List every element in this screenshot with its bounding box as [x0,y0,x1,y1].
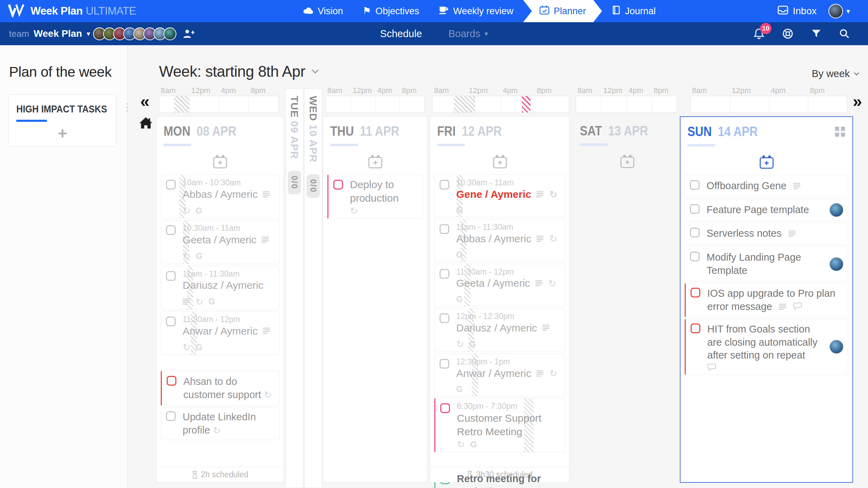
task-card[interactable]: 12:30pm - 1pm Anwar / Aymeric ↻ G [434,354,565,396]
repeat-icon: ↻ [456,339,464,349]
add-event-button[interactable] [157,154,284,169]
task-card[interactable]: HIT from Goals section are closing autom… [685,319,848,375]
add-event-button[interactable] [573,154,682,169]
task-checkbox[interactable] [166,180,176,190]
task-checkbox[interactable] [333,180,343,190]
task-checkbox[interactable] [166,317,176,326]
nav-weekly-review[interactable]: Weekly review [429,0,523,22]
task-checkbox[interactable] [166,225,176,235]
task-checkbox[interactable] [691,323,700,333]
task-checkbox[interactable] [440,224,449,234]
timeline-sat: 8am 12pm 4pm 8pm [576,96,677,113]
repeat-icon: ↻ [549,369,557,378]
scroll-right-button[interactable]: » [853,93,862,110]
task-checkbox[interactable] [440,313,449,323]
top-bar: Week Plan ULTIMATE Vision ⚑ Objectives W… [0,0,868,22]
task-card[interactable]: 10:30am - 11am Geeta / Aymeric ↻ G [161,220,279,264]
day-column-wed-collapsed[interactable]: WED 10 APR 0/0 [304,89,322,488]
nav-objectives[interactable]: ⚑ Objectives [353,0,429,22]
high-impact-tasks-card: HIGH IMPACT TASKS ⋮ + [8,94,117,146]
day-column-mon: MON 08 APR 10am - 10:30am Abbas / Aymeri… [156,116,284,482]
mug-icon [439,6,449,17]
nav-planner[interactable]: Planner [523,0,602,22]
task-checkbox[interactable] [167,376,176,386]
task-checkbox[interactable] [166,411,176,421]
task-checkbox[interactable] [166,271,176,281]
google-calendar-icon: G [196,343,202,352]
task-checkbox[interactable] [691,288,700,297]
task-checkbox[interactable] [690,180,700,190]
task-card[interactable]: 10am - 10:30am Abbas / Aymeric ↻ G [161,175,279,218]
sidebar-title: Plan of the week [9,64,127,80]
search-button[interactable] [839,28,850,39]
task-card[interactable]: 12pm - 12:30pm Dariusz / Aymeric ↻ G [434,308,565,352]
team-selector[interactable]: team Week Plan ▾ [9,22,90,45]
week-title: Week: starting 8th Apr [159,63,318,80]
week-picker-chevron-icon[interactable] [312,67,319,74]
day-column-tue-collapsed[interactable]: TUE 09 APR 0/0 [285,89,303,488]
help-button[interactable] [782,28,794,40]
scroll-left-button[interactable]: « [140,93,150,110]
google-calendar-icon: G [456,251,463,259]
chevron-down-icon: ▾ [846,7,850,15]
member-avatar[interactable] [164,27,176,40]
task-card[interactable]: Feature Page template [685,199,848,221]
task-checkbox[interactable] [690,228,700,237]
task-checkbox[interactable] [690,252,700,261]
hourglass-icon [192,471,198,479]
brand-name: Week Plan [31,5,83,17]
task-card[interactable]: Ahsan to do customer support ↻ [161,371,279,406]
add-event-button[interactable] [323,154,427,169]
notes-icon [536,191,544,197]
brand-plan-suffix: ULTIMATE [86,5,136,17]
nav-journal[interactable]: Journal [602,0,666,22]
top-right-cluster: Inbox ▾ [777,0,850,22]
funnel-icon [811,28,821,39]
home-button[interactable] [139,117,153,131]
task-checkbox[interactable] [690,204,700,214]
task-card[interactable]: 10:30am - 11am Gene / Aymeric ↻ G [434,175,565,217]
tab-boards[interactable]: Boards ▾ [449,28,488,40]
tab-schedule[interactable]: Schedule [380,28,422,40]
inbox-link[interactable]: Inbox [777,5,817,17]
task-card[interactable]: Modify Landing Page Template [685,246,848,281]
task-card[interactable]: Update LinkedIn profile ↻ [161,407,279,440]
chevron-down-icon: ▾ [86,30,90,38]
task-card[interactable]: Serverless notes [685,222,848,245]
cloud-icon [302,6,314,17]
user-menu[interactable]: ▾ [828,4,850,18]
timeline-mon: 8am 12pm 4pm 8pm [159,96,279,113]
task-checkbox[interactable] [440,403,450,413]
flag-icon: ⚑ [362,6,371,16]
day-column-sat: SAT 13 APR [573,116,682,482]
task-card[interactable]: Offboarding Gene [685,175,848,197]
top-navigation: Vision ⚑ Objectives Weekly review Planne… [293,0,665,22]
notifications-button[interactable]: 10 [753,28,765,40]
task-checkbox[interactable] [440,359,449,369]
brand[interactable]: Week Plan ULTIMATE [8,3,136,19]
scheduled-block [174,96,189,112]
grid-view-button[interactable] [835,126,845,136]
task-card[interactable]: Deploy to production ↻ [327,175,423,219]
task-card[interactable]: 11:30am - 12pm Geeta / Aymeric ↻ G [434,264,565,306]
view-selector[interactable]: By week [812,68,858,79]
notification-badge: 10 [760,23,771,34]
add-member-button[interactable] [183,28,195,39]
add-task-button[interactable]: + [9,125,116,141]
add-event-button[interactable] [681,155,852,169]
task-count-badge: 0/0 [307,174,320,197]
kebab-menu-icon[interactable]: ⋮ [122,103,132,111]
task-card[interactable]: 11:30am - 12pm Anwar / Aymeric ↻ G [161,311,279,355]
task-card[interactable]: 11am - 11:30am Dariusz / Aymeric ↻ G [161,266,279,310]
task-card[interactable]: 6:30pm - 7:30pm Customer Support Retro M… [434,398,565,452]
task-checkbox[interactable] [440,269,449,279]
add-event-button[interactable] [430,154,569,169]
filter-button[interactable] [811,28,821,39]
toolbar-icons: 10 [753,22,850,45]
nav-vision[interactable]: Vision [293,0,353,22]
task-checkbox[interactable] [440,180,449,190]
task-card[interactable]: 11am - 11:30am Abbas / Aymeric ↻ G [434,219,565,262]
task-card[interactable]: IOS app upgrade to Pro plan error messag… [685,283,848,317]
google-calendar-icon: G [470,440,477,449]
notes-icon [779,304,787,310]
